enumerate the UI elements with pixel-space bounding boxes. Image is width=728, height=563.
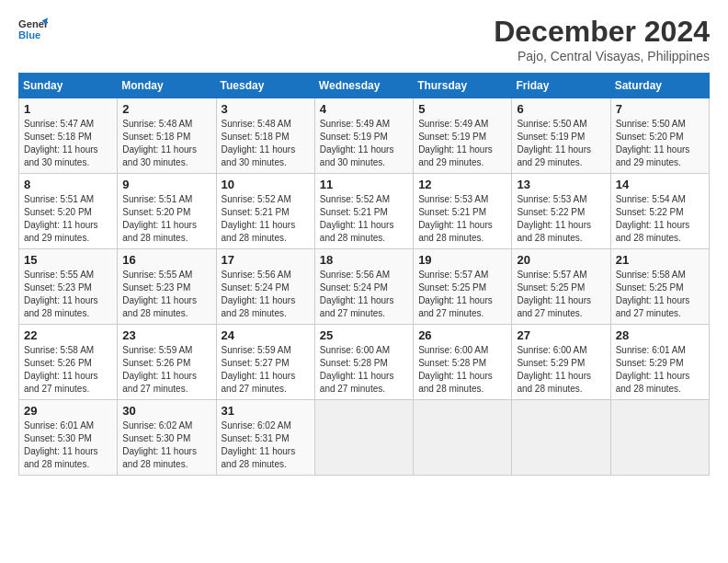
day-info: Sunrise: 5:57 AM Sunset: 5:25 PM Dayligh… [418, 269, 506, 320]
day-info: Sunrise: 6:02 AM Sunset: 5:31 PM Dayligh… [222, 419, 310, 471]
day-info: Sunrise: 5:50 AM Sunset: 5:19 PM Dayligh… [517, 118, 605, 169]
day-info: Sunrise: 5:53 AM Sunset: 5:22 PM Dayligh… [517, 193, 605, 245]
logo-icon: General Blue [18, 15, 48, 44]
day-info: Sunrise: 5:52 AM Sunset: 5:21 PM Dayligh… [320, 193, 408, 245]
table-row: 4Sunrise: 5:49 AM Sunset: 5:19 PM Daylig… [314, 98, 413, 174]
day-info: Sunrise: 5:59 AM Sunset: 5:26 PM Dayligh… [122, 344, 210, 396]
day-info: Sunrise: 5:57 AM Sunset: 5:25 PM Dayligh… [517, 269, 605, 320]
day-info: Sunrise: 5:56 AM Sunset: 5:24 PM Dayligh… [222, 269, 310, 320]
day-number: 7 [616, 102, 704, 116]
table-row: 3Sunrise: 5:48 AM Sunset: 5:18 PM Daylig… [216, 98, 314, 174]
day-number: 22 [24, 328, 112, 342]
day-info: Sunrise: 5:51 AM Sunset: 5:20 PM Dayligh… [122, 193, 210, 245]
table-row [414, 400, 512, 476]
table-row: 15Sunrise: 5:55 AM Sunset: 5:23 PM Dayli… [19, 249, 118, 325]
table-row: 27Sunrise: 6:00 AM Sunset: 5:29 PM Dayli… [512, 325, 610, 400]
calendar-header-row: Sunday Monday Tuesday Wednesday Thursday… [19, 74, 710, 98]
day-number: 23 [122, 328, 210, 342]
table-row: 28Sunrise: 6:01 AM Sunset: 5:29 PM Dayli… [610, 325, 709, 400]
calendar-table: Sunday Monday Tuesday Wednesday Thursday… [18, 73, 710, 476]
day-number: 6 [517, 102, 605, 116]
col-monday: Monday [118, 74, 216, 98]
table-row: 7Sunrise: 5:50 AM Sunset: 5:20 PM Daylig… [610, 98, 709, 174]
table-row: 23Sunrise: 5:59 AM Sunset: 5:26 PM Dayli… [118, 325, 216, 400]
day-info: Sunrise: 6:00 AM Sunset: 5:28 PM Dayligh… [320, 344, 408, 396]
day-number: 26 [418, 328, 506, 342]
title-area: December 2024 Pajo, Central Visayas, Phi… [494, 15, 710, 63]
day-info: Sunrise: 5:51 AM Sunset: 5:20 PM Dayligh… [24, 193, 112, 245]
day-number: 11 [320, 178, 408, 191]
table-row: 17Sunrise: 5:56 AM Sunset: 5:24 PM Dayli… [216, 249, 314, 325]
day-number: 24 [222, 328, 310, 342]
table-row: 30Sunrise: 6:02 AM Sunset: 5:30 PM Dayli… [118, 400, 216, 476]
table-row: 2Sunrise: 5:48 AM Sunset: 5:18 PM Daylig… [118, 98, 216, 174]
day-info: Sunrise: 5:56 AM Sunset: 5:24 PM Dayligh… [320, 269, 408, 320]
table-row: 12Sunrise: 5:53 AM Sunset: 5:21 PM Dayli… [414, 174, 512, 249]
day-number: 12 [418, 178, 506, 191]
table-row: 25Sunrise: 6:00 AM Sunset: 5:28 PM Dayli… [314, 325, 413, 400]
day-info: Sunrise: 5:49 AM Sunset: 5:19 PM Dayligh… [418, 118, 506, 169]
day-number: 28 [616, 328, 704, 342]
table-row [314, 400, 413, 476]
day-number: 14 [616, 178, 704, 191]
table-row [512, 400, 610, 476]
table-row: 9Sunrise: 5:51 AM Sunset: 5:20 PM Daylig… [118, 174, 216, 249]
day-number: 31 [222, 404, 310, 418]
day-number: 9 [122, 178, 210, 191]
svg-text:Blue: Blue [18, 29, 40, 40]
day-info: Sunrise: 5:53 AM Sunset: 5:21 PM Dayligh… [418, 193, 506, 245]
day-info: Sunrise: 5:48 AM Sunset: 5:18 PM Dayligh… [222, 118, 310, 169]
day-number: 1 [24, 102, 112, 116]
day-number: 15 [24, 253, 112, 267]
calendar-week-row: 8Sunrise: 5:51 AM Sunset: 5:20 PM Daylig… [19, 174, 710, 249]
table-row: 19Sunrise: 5:57 AM Sunset: 5:25 PM Dayli… [414, 249, 512, 325]
col-sunday: Sunday [19, 74, 118, 98]
day-number: 13 [517, 178, 605, 191]
day-number: 3 [222, 102, 310, 116]
table-row: 21Sunrise: 5:58 AM Sunset: 5:25 PM Dayli… [610, 249, 709, 325]
col-thursday: Thursday [414, 74, 512, 98]
day-info: Sunrise: 5:55 AM Sunset: 5:23 PM Dayligh… [122, 269, 210, 320]
table-row: 16Sunrise: 5:55 AM Sunset: 5:23 PM Dayli… [118, 249, 216, 325]
day-number: 16 [122, 253, 210, 267]
day-info: Sunrise: 6:01 AM Sunset: 5:30 PM Dayligh… [24, 419, 112, 471]
day-number: 17 [222, 253, 310, 267]
day-number: 20 [517, 253, 605, 267]
table-row [610, 400, 709, 476]
day-info: Sunrise: 5:50 AM Sunset: 5:20 PM Dayligh… [616, 118, 704, 169]
day-info: Sunrise: 5:48 AM Sunset: 5:18 PM Dayligh… [122, 118, 210, 169]
col-tuesday: Tuesday [216, 74, 314, 98]
day-info: Sunrise: 5:52 AM Sunset: 5:21 PM Dayligh… [222, 193, 310, 245]
table-row: 26Sunrise: 6:00 AM Sunset: 5:28 PM Dayli… [414, 325, 512, 400]
day-number: 10 [222, 178, 310, 191]
page-header: General Blue December 2024 Pajo, Central… [18, 15, 710, 63]
table-row: 14Sunrise: 5:54 AM Sunset: 5:22 PM Dayli… [610, 174, 709, 249]
table-row: 1Sunrise: 5:47 AM Sunset: 5:18 PM Daylig… [19, 98, 118, 174]
table-row: 18Sunrise: 5:56 AM Sunset: 5:24 PM Dayli… [314, 249, 413, 325]
day-number: 27 [517, 328, 605, 342]
month-title: December 2024 [494, 15, 710, 49]
day-info: Sunrise: 5:59 AM Sunset: 5:27 PM Dayligh… [222, 344, 310, 396]
col-friday: Friday [512, 74, 610, 98]
table-row: 22Sunrise: 5:58 AM Sunset: 5:26 PM Dayli… [19, 325, 118, 400]
location-subtitle: Pajo, Central Visayas, Philippines [494, 49, 710, 63]
col-saturday: Saturday [610, 74, 709, 98]
day-number: 2 [122, 102, 210, 116]
day-number: 25 [320, 328, 408, 342]
table-row: 24Sunrise: 5:59 AM Sunset: 5:27 PM Dayli… [216, 325, 314, 400]
table-row: 11Sunrise: 5:52 AM Sunset: 5:21 PM Dayli… [314, 174, 413, 249]
day-info: Sunrise: 5:54 AM Sunset: 5:22 PM Dayligh… [616, 193, 704, 245]
table-row: 5Sunrise: 5:49 AM Sunset: 5:19 PM Daylig… [414, 98, 512, 174]
calendar-week-row: 15Sunrise: 5:55 AM Sunset: 5:23 PM Dayli… [19, 249, 710, 325]
day-number: 4 [320, 102, 408, 116]
day-info: Sunrise: 6:02 AM Sunset: 5:30 PM Dayligh… [122, 419, 210, 471]
day-info: Sunrise: 5:55 AM Sunset: 5:23 PM Dayligh… [24, 269, 112, 320]
calendar-week-row: 1Sunrise: 5:47 AM Sunset: 5:18 PM Daylig… [19, 98, 710, 174]
table-row: 6Sunrise: 5:50 AM Sunset: 5:19 PM Daylig… [512, 98, 610, 174]
table-row: 29Sunrise: 6:01 AM Sunset: 5:30 PM Dayli… [19, 400, 118, 476]
calendar-week-row: 29Sunrise: 6:01 AM Sunset: 5:30 PM Dayli… [19, 400, 710, 476]
day-number: 18 [320, 253, 408, 267]
day-number: 19 [418, 253, 506, 267]
table-row: 20Sunrise: 5:57 AM Sunset: 5:25 PM Dayli… [512, 249, 610, 325]
day-number: 30 [122, 404, 210, 418]
